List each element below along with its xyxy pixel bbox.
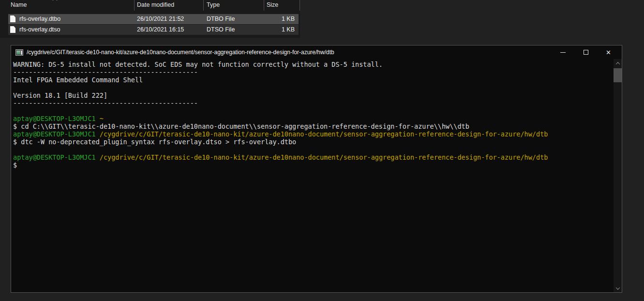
column-header-name[interactable]: Name [11, 1, 27, 8]
terminal-line: WARNING: DS-5 install not detected. SoC … [13, 60, 614, 68]
close-icon: ✕ [606, 49, 611, 56]
terminal-line: Version 18.1 [Build 222] [13, 91, 614, 99]
file-type: DTBO File [207, 15, 235, 22]
terminal-title: /cygdrive/c/GIT/terasic-de10-nano-kit/az… [27, 49, 552, 56]
file-row-rfs-overlay-dtbo[interactable]: rfs-overlay.dtbo 26/10/2021 21:52 DTBO F… [8, 14, 299, 24]
file-name: rfs-overlay.dtbo [19, 15, 60, 22]
sort-ascending-icon [53, 0, 58, 2]
column-header-type[interactable]: Type [207, 1, 220, 8]
terminal-scrollbar[interactable] [614, 59, 622, 292]
file-icon [10, 15, 15, 22]
chevron-up-icon [615, 62, 619, 66]
terminal-line: aptay@DESKTOP-L3OMJC1 /cygdrive/c/GIT/te… [13, 153, 614, 161]
terminal-window: /cygdrive/c/GIT/terasic-de10-nano-kit/az… [11, 45, 622, 293]
file-date-modified: 26/10/2021 16:15 [137, 26, 184, 33]
file-explorer-pane: Name Date modified Type Size rfs-overlay… [0, 0, 300, 38]
scroll-up-button[interactable] [614, 59, 622, 67]
terminal-line: aptay@DESKTOP-L3OMJC1 ~ [13, 115, 614, 122]
terminal-titlebar[interactable]: /cygdrive/c/GIT/terasic-de10-nano-kit/az… [11, 45, 622, 59]
terminal-line: $ [13, 161, 614, 169]
file-size: 1 KB [282, 26, 295, 33]
terminal-line: Intel FPGA Embedded Command Shell [13, 76, 614, 84]
terminal-output[interactable]: WARNING: DS-5 install not detected. SoC … [11, 59, 614, 292]
file-type: DTSO File [207, 26, 235, 33]
file-date-modified: 26/10/2021 21:52 [137, 15, 184, 22]
column-header-size[interactable]: Size [267, 1, 278, 8]
column-divider[interactable] [203, 0, 204, 11]
file-size: 1 KB [282, 15, 295, 22]
maximize-button[interactable] [574, 45, 597, 59]
terminal-line: ----------------------------------------… [13, 68, 614, 76]
maximize-icon [584, 50, 588, 55]
close-button[interactable]: ✕ [597, 45, 620, 59]
terminal-line [13, 146, 614, 153]
column-header-date-modified[interactable]: Date modified [137, 1, 174, 8]
terminal-app-icon [15, 49, 23, 56]
terminal-line [13, 107, 614, 115]
scroll-down-button[interactable] [614, 284, 622, 292]
minimize-button[interactable] [552, 45, 574, 59]
scrollbar-thumb[interactable] [614, 68, 622, 82]
file-name: rfs-overlay.dtso [19, 26, 60, 33]
terminal-line: aptay@DESKTOP-L3OMJC1 /cygdrive/c/GIT/te… [13, 130, 614, 138]
terminal-line [13, 84, 614, 91]
file-row-rfs-overlay-dtso[interactable]: rfs-overlay.dtso 26/10/2021 16:15 DTSO F… [8, 25, 299, 35]
window-controls: ✕ [552, 45, 620, 59]
column-divider[interactable] [134, 0, 135, 11]
file-icon [10, 26, 15, 33]
explorer-column-headers: Name Date modified Type Size [0, 0, 300, 11]
minimize-icon [560, 52, 566, 53]
terminal-line: $ cd C:\\GIT\\terasic-de10-nano-kit\\azu… [13, 122, 614, 130]
chevron-down-icon [615, 286, 619, 289]
terminal-line: ----------------------------------------… [13, 99, 614, 107]
column-divider[interactable] [264, 0, 264, 11]
column-divider[interactable] [300, 0, 300, 11]
terminal-line: $ dtc -W no-deprecated_plugin_syntax rfs… [13, 138, 614, 146]
